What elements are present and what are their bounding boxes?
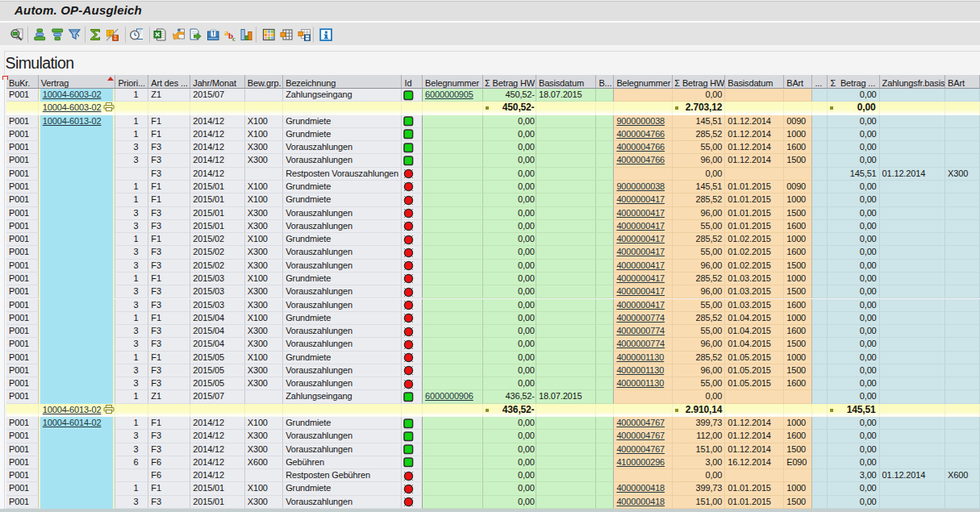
svg-text:c: c: [232, 35, 236, 42]
svg-text:Σ: Σ: [114, 35, 117, 40]
